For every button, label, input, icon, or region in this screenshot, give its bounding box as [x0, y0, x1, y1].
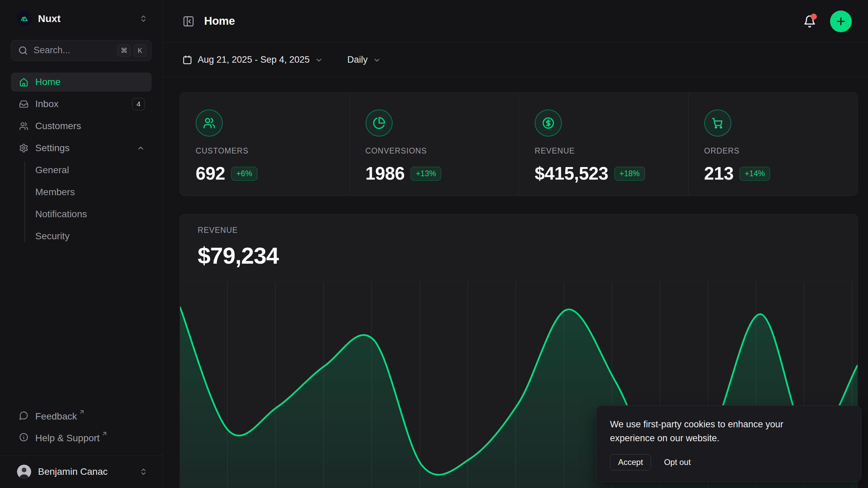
- search-shortcut: ⌘K: [117, 44, 146, 57]
- sidebar-item-label: Home: [35, 75, 61, 88]
- sidebar-item-label: Customers: [35, 119, 81, 133]
- stat-delta-badge: +6%: [231, 167, 257, 181]
- stat-icon-badge: [366, 109, 393, 137]
- sidebar-item-general[interactable]: General: [11, 161, 152, 180]
- external-link-icon: [79, 409, 85, 415]
- stat-icon-badge: [535, 109, 562, 137]
- sidebar-item-security[interactable]: Security: [11, 227, 152, 246]
- sidebar-spacer: [11, 249, 152, 406]
- optout-cookies-button[interactable]: Opt out: [664, 456, 691, 468]
- cookie-banner: We use first-party cookies to enhance yo…: [596, 405, 862, 482]
- stat-icon-badge: [196, 109, 223, 137]
- users-icon: [203, 117, 216, 129]
- sidebar-item-label: Inbox: [35, 97, 59, 110]
- sidebar-item-inbox[interactable]: Inbox4: [11, 95, 152, 114]
- message-icon: [19, 411, 28, 420]
- page-title: Home: [204, 13, 235, 29]
- avatar: [17, 465, 31, 479]
- sidebar-secondary-nav: FeedbackHelp & Support: [11, 406, 152, 449]
- revenue-panel-header: REVENUE $79,234: [180, 215, 857, 272]
- accept-cookies-button[interactable]: Accept: [610, 454, 651, 470]
- chevron-up-icon: [137, 144, 145, 152]
- plus-icon: [835, 16, 847, 27]
- settings-icon: [19, 143, 28, 153]
- external-link-icon: [102, 431, 107, 436]
- header: Home: [163, 0, 868, 43]
- sidebar-item-settings[interactable]: Settings: [11, 139, 152, 158]
- stat-label: REVENUE: [535, 145, 676, 156]
- sidebar-item-feedback[interactable]: Feedback: [11, 406, 152, 425]
- revenue-panel-value: $79,234: [198, 240, 857, 272]
- stats-panel: CUSTOMERS692+6%CONVERSIONS1986+13%REVENU…: [180, 92, 858, 196]
- sidebar-item-help[interactable]: Help & Support: [11, 427, 152, 446]
- sidebar-sublist-settings: GeneralMembersNotificationsSecurity: [11, 161, 152, 246]
- users-icon: [19, 121, 28, 131]
- stat-label: CUSTOMERS: [196, 145, 337, 156]
- chevrons-up-down-icon: [139, 13, 147, 24]
- add-button[interactable]: [830, 11, 852, 32]
- stat-delta-badge: +13%: [411, 167, 441, 181]
- date-range-picker[interactable]: Aug 21, 2025 - Sep 4, 2025: [182, 54, 323, 66]
- stat-icon-badge: [704, 109, 731, 137]
- stat-delta-badge: +18%: [614, 167, 645, 181]
- app: Nuxt ⌘K HomeInbox4CustomersSettingsGener…: [0, 0, 868, 488]
- kbd-key: K: [134, 44, 146, 57]
- inbox-icon: [19, 99, 28, 109]
- workspace-name: Nuxt: [38, 12, 61, 26]
- search-box[interactable]: ⌘K: [11, 40, 152, 61]
- info-icon: [19, 432, 28, 442]
- stat-value: 1986: [366, 161, 405, 186]
- user-menu[interactable]: Benjamin Canac: [11, 455, 152, 488]
- workspace-selector[interactable]: Nuxt: [11, 7, 152, 30]
- unread-indicator: [811, 14, 817, 20]
- inbox-count-badge: 4: [132, 98, 145, 110]
- period-label: Daily: [347, 54, 368, 66]
- nuxt-logo-icon: [17, 11, 32, 26]
- stat-value: $415,523: [535, 161, 608, 186]
- header-actions: [803, 11, 852, 32]
- sidebar-item-label: Feedback: [35, 410, 77, 423]
- cookie-actions: Accept Opt out: [610, 454, 848, 470]
- chevrons-up-down-icon: [139, 466, 147, 477]
- pie-icon: [373, 117, 386, 129]
- stat-label: CONVERSIONS: [366, 145, 507, 156]
- search-input[interactable]: [34, 44, 112, 57]
- stat-value-row: $415,523+18%: [535, 161, 676, 186]
- period-select[interactable]: Daily: [347, 54, 381, 66]
- sidebar-item-home[interactable]: Home: [11, 73, 152, 92]
- stat-label: ORDERS: [704, 145, 846, 156]
- home-icon: [19, 77, 28, 87]
- stat-card-conversions: CONVERSIONS1986+13%: [350, 93, 519, 196]
- chevron-down-icon: [315, 56, 323, 64]
- stat-value-row: 692+6%: [196, 161, 337, 186]
- notifications-button[interactable]: [803, 15, 816, 28]
- stat-card-orders: ORDERS213+14%: [688, 93, 858, 196]
- stat-value: 692: [196, 161, 225, 186]
- sidebar-item-notifications[interactable]: Notifications: [11, 205, 152, 224]
- toolbar: Aug 21, 2025 - Sep 4, 2025 Daily: [163, 43, 868, 77]
- stat-delta-badge: +14%: [739, 167, 770, 181]
- sidebar-nav: HomeInbox4CustomersSettingsGeneralMember…: [11, 73, 152, 249]
- calendar-icon: [182, 55, 192, 65]
- search-icon: [18, 45, 28, 56]
- date-range-label: Aug 21, 2025 - Sep 4, 2025: [198, 54, 310, 66]
- stat-value-row: 213+14%: [704, 161, 846, 186]
- revenue-panel-label: REVENUE: [198, 225, 857, 236]
- chevron-down-icon: [373, 56, 381, 64]
- cookie-message: We use first-party cookies to enhance yo…: [610, 418, 829, 446]
- stat-card-revenue: REVENUE$415,523+18%: [519, 93, 688, 196]
- sidebar-collapse-button[interactable]: [182, 15, 195, 27]
- sidebar-item-customers[interactable]: Customers: [11, 117, 152, 136]
- kbd-key: ⌘: [117, 44, 131, 57]
- sidebar: Nuxt ⌘K HomeInbox4CustomersSettingsGener…: [0, 0, 163, 488]
- panel-left-close-icon: [182, 15, 195, 27]
- dollar-icon: [542, 117, 555, 129]
- sidebar-item-label: Help & Support: [35, 431, 100, 445]
- stat-value-row: 1986+13%: [366, 161, 507, 186]
- user-name: Benjamin Canac: [38, 465, 107, 478]
- sidebar-item-members[interactable]: Members: [11, 183, 152, 202]
- cart-icon: [711, 117, 724, 129]
- sidebar-item-label: Settings: [35, 141, 70, 155]
- stat-value: 213: [704, 161, 734, 186]
- stat-card-customers: CUSTOMERS692+6%: [180, 93, 350, 196]
